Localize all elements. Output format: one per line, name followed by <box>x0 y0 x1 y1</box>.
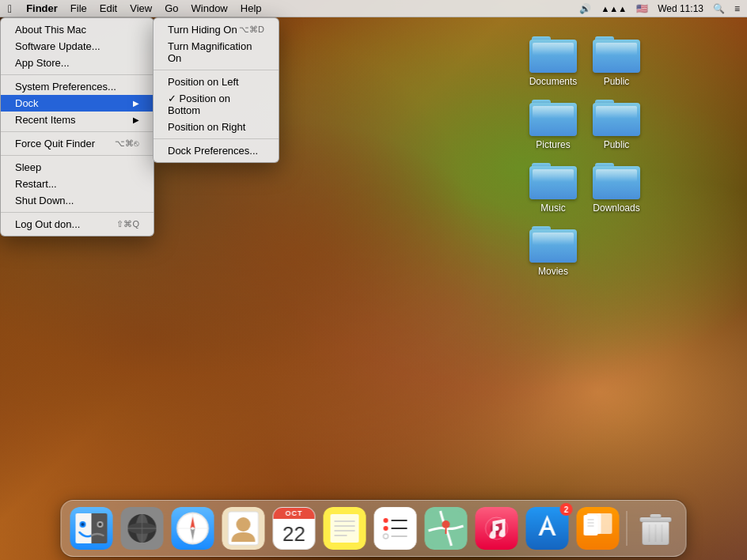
folder-downloads-icon <box>593 160 640 199</box>
calendar-icon: OCT 22 <box>273 507 316 550</box>
svg-point-30 <box>384 526 389 531</box>
menu-system-prefs[interactable]: System Preferences... <box>1 78 154 95</box>
dock-item-ibooks[interactable] <box>574 505 622 552</box>
desktop-icon-public2[interactable]: Public <box>585 96 648 150</box>
menubar-right: 🔊 ▲▲▲ 🇺🇸 Wed 11:13 🔍 ≡ <box>577 3 747 14</box>
submenu-position-left[interactable]: Position on Left <box>154 74 279 90</box>
dock-submenu-sep1 <box>154 70 279 70</box>
desktop-icon-movies[interactable]: Movies <box>521 223 585 277</box>
svg-point-2 <box>82 523 85 526</box>
dock-item-maps[interactable] <box>423 505 470 552</box>
ibooks-icon <box>577 507 620 550</box>
desktop-icon-music[interactable]: Music <box>521 160 585 214</box>
notification-icon[interactable]: ≡ <box>732 3 742 14</box>
folder-movies-icon <box>529 223 577 263</box>
calendar-day: 22 <box>274 519 315 549</box>
contacts-icon <box>222 507 265 550</box>
menu-app-store[interactable]: App Store... <box>1 55 154 71</box>
submenu-position-bottom[interactable]: ✓ Position on Bottom <box>154 90 279 119</box>
dock-item-appstore[interactable]: 2 <box>524 505 571 552</box>
trash-icon <box>635 507 677 550</box>
volume-icon[interactable]: 🔊 <box>577 3 593 14</box>
submenu-position-right[interactable]: Position on Right <box>154 119 279 135</box>
menu-recent-items[interactable]: Recent Items ▶ <box>1 112 154 128</box>
submenu-dock-prefs[interactable]: Dock Preferences... <box>154 142 279 159</box>
menu-separator-2 <box>1 131 154 132</box>
maps-icon <box>425 507 468 550</box>
folder-shine <box>533 169 574 182</box>
submenu-turn-magnification-on[interactable]: Turn Magnification On <box>154 38 279 66</box>
dock-item-launchpad[interactable] <box>119 505 166 552</box>
dock-item-notes[interactable] <box>321 505 369 552</box>
wifi-icon[interactable]: ▲▲▲ <box>598 4 629 13</box>
logout-shortcut: ⇧⌘Q <box>116 219 139 229</box>
apple-menu-button[interactable]:  <box>0 0 20 17</box>
launchpad-icon <box>121 507 164 550</box>
svg-point-36 <box>442 520 450 528</box>
folder-shine <box>533 106 574 119</box>
desktop-icon-documents[interactable]: Documents <box>521 33 585 87</box>
folder-shine <box>533 233 574 245</box>
dock-item-reminders[interactable] <box>372 505 419 552</box>
svg-point-28 <box>384 518 389 523</box>
datetime-display: Wed 11:13 <box>655 3 706 14</box>
menu-shut-down[interactable]: Shut Down... <box>1 192 154 209</box>
dock-submenu: Turn Hiding On ⌥⌘D Turn Magnification On… <box>153 17 279 163</box>
dock-item-safari[interactable] <box>169 505 217 552</box>
dock: OCT 22 <box>61 500 687 557</box>
icon-label-movies: Movies <box>538 266 568 277</box>
hiding-shortcut: ⌥⌘D <box>239 25 264 35</box>
folder-shine <box>596 106 637 119</box>
menu-sleep[interactable]: Sleep <box>1 159 154 176</box>
dock-item-trash[interactable] <box>632 505 680 552</box>
folder-body <box>593 40 640 73</box>
dock-item-music[interactable] <box>473 505 521 552</box>
menu-file[interactable]: File <box>64 0 93 17</box>
menu-about-mac[interactable]: About This Mac <box>1 21 154 38</box>
folder-body <box>593 166 640 199</box>
folder-body <box>529 229 577 263</box>
menu-help[interactable]: Help <box>234 0 268 17</box>
menu-window[interactable]: Window <box>185 0 234 17</box>
icon-label-public1: Public <box>604 76 630 87</box>
search-icon[interactable]: 🔍 <box>711 3 727 14</box>
dock-item-contacts[interactable] <box>220 505 267 552</box>
submenu-arrow-recent: ▶ <box>133 115 139 124</box>
menu-go[interactable]: Go <box>158 0 184 17</box>
folder-shine <box>596 43 637 55</box>
menu-dock[interactable]: Dock ▶ <box>1 95 154 112</box>
svg-point-20 <box>237 517 251 532</box>
desktop-icon-pictures[interactable]: Pictures <box>521 96 585 150</box>
folder-shine <box>596 169 637 182</box>
svg-rect-22 <box>331 514 359 543</box>
folder-music-icon <box>529 160 577 199</box>
menu-view[interactable]: View <box>123 0 158 17</box>
dock-item-finder[interactable] <box>68 505 116 552</box>
svg-rect-51 <box>650 514 662 518</box>
dock-item-calendar[interactable]: OCT 22 <box>271 505 318 552</box>
dock-separator <box>627 511 628 546</box>
icon-label-downloads: Downloads <box>593 202 639 214</box>
calendar-month: OCT <box>274 508 315 519</box>
icon-label-music: Music <box>540 202 565 214</box>
desktop-icon-public1[interactable]: Public <box>585 33 648 87</box>
dock-submenu-sep2 <box>154 138 279 139</box>
menu-separator-4 <box>1 212 154 213</box>
menu-restart[interactable]: Restart... <box>1 176 154 192</box>
folder-public1-icon <box>593 33 640 73</box>
menu-software-update[interactable]: Software Update... <box>1 38 154 55</box>
submenu-arrow: ▶ <box>133 99 139 108</box>
submenu-turn-hiding-on[interactable]: Turn Hiding On ⌥⌘D <box>154 21 279 38</box>
menubar-left:  Finder File Edit View Go Window Help <box>0 0 577 17</box>
icon-label-documents: Documents <box>529 76 578 87</box>
menu-logout[interactable]: Log Out don... ⇧⌘Q <box>1 216 154 233</box>
menu-edit[interactable]: Edit <box>93 0 123 17</box>
folder-body <box>593 103 640 136</box>
menubar:  Finder File Edit View Go Window Help 🔊… <box>0 0 747 17</box>
desktop-icon-downloads[interactable]: Downloads <box>585 160 648 214</box>
folder-public2-icon <box>593 96 640 136</box>
folder-body <box>529 103 577 136</box>
svg-point-4 <box>99 523 102 526</box>
menu-finder[interactable]: Finder <box>20 0 64 17</box>
menu-force-quit[interactable]: Force Quit Finder ⌥⌘⎋ <box>1 135 154 152</box>
